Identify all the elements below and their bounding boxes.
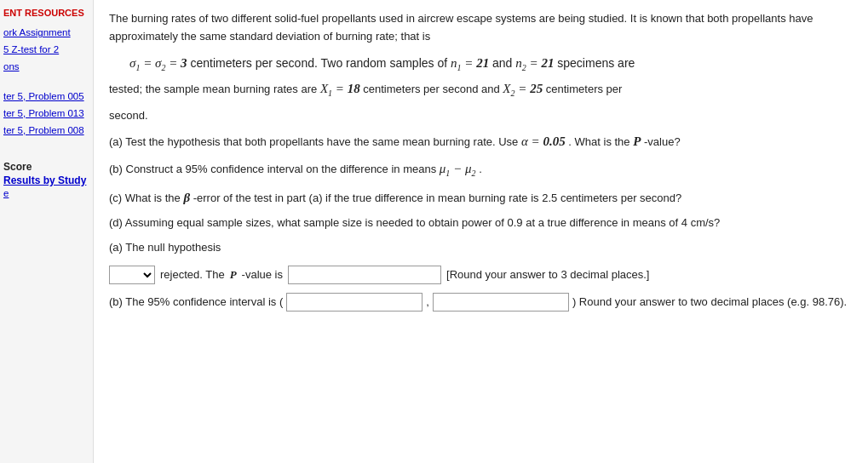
- rejected-select[interactable]: is is not: [109, 266, 155, 284]
- problem-description: The burning rates of two different solid…: [109, 10, 853, 257]
- x1-label: X1 = 18: [320, 82, 360, 95]
- beta-label: β: [183, 191, 190, 204]
- mu-diff: μ1 − μ2: [440, 162, 476, 175]
- conf-lower-input[interactable]: [286, 293, 423, 312]
- conf-round-text: ) Round your answer to two decimal place…: [572, 295, 847, 308]
- sidebar-link-ons[interactable]: ons: [3, 60, 89, 73]
- intro-text: The burning rates of two different solid…: [109, 12, 813, 43]
- p-value-input[interactable]: [288, 266, 441, 284]
- sidebar-results-sub[interactable]: e: [3, 188, 89, 198]
- sidebar-link-work-assignment[interactable]: ork Assignment: [3, 26, 89, 39]
- centimeters-text: centimeters per second and: [363, 83, 503, 95]
- n1-label: n1 = 21: [451, 56, 489, 70]
- period: .: [479, 163, 482, 175]
- and-text: and: [492, 56, 515, 70]
- sidebar-results-link[interactable]: Results by Study: [3, 174, 89, 186]
- x2-label: X2 = 25: [503, 82, 543, 95]
- sidebar-link-prob013[interactable]: ter 5, Problem 013: [3, 106, 89, 120]
- round-3-text: [Round your answer to 3 decimal places.]: [446, 268, 649, 281]
- value-is-text: -value is: [242, 268, 283, 281]
- conf-interval-text: (b) The 95% confidence interval is (: [109, 295, 283, 308]
- null-hyp-text: (a) The null hypothesis: [109, 239, 853, 257]
- sidebar-score-label: Score: [3, 161, 89, 173]
- sidebar-link-z-test[interactable]: 5 Z-test for 2: [3, 43, 89, 56]
- conf-upper-input[interactable]: [433, 293, 569, 312]
- null-hyp-answer-row: is is not rejected. The P -value is [Rou…: [109, 266, 853, 284]
- sidebar-title: ENT RESOURCES: [3, 7, 89, 19]
- error-text: -error of the test in part (a) if the tr…: [193, 191, 682, 204]
- what-is-text: . What is the: [568, 135, 629, 148]
- formula-display: σ1 = σ2 = 3: [129, 56, 187, 70]
- second-text: second.: [109, 107, 853, 125]
- main-content: The burning rates of two different solid…: [94, 0, 868, 463]
- formula-unit: centimeters per second. Two random sampl…: [190, 56, 451, 70]
- rejected-text: rejected. The: [160, 268, 225, 281]
- sidebar-link-prob008[interactable]: ter 5, Problem 008: [3, 123, 89, 137]
- specimens-text: specimens are: [557, 56, 635, 70]
- part-c-text: (c) What is the: [109, 191, 181, 204]
- centimeters-per: centimeters per: [546, 83, 623, 95]
- tested-text: tested; the sample mean burning rates ar…: [109, 83, 320, 95]
- confidence-interval-row: (b) The 95% confidence interval is ( , )…: [109, 293, 853, 312]
- p-label: P: [633, 134, 641, 148]
- n2-label: n2 = 21: [515, 56, 554, 70]
- part-b-text: (b) Construct a 95% confidence interval …: [109, 163, 436, 175]
- sidebar-link-prob005[interactable]: ter 5, Problem 005: [3, 89, 89, 103]
- part-d-text: (d) Assuming equal sample sizes, what sa…: [109, 214, 853, 232]
- alpha-label: α = 0.05: [521, 134, 566, 148]
- part-a-text: (a) Test the hypothesis that both propel…: [109, 135, 518, 148]
- sidebar: ENT RESOURCES ork Assignment 5 Z-test fo…: [0, 0, 94, 463]
- value-question: -value?: [644, 135, 681, 148]
- p-value-label-inline: P: [230, 268, 237, 282]
- conf-comma: ,: [426, 295, 429, 308]
